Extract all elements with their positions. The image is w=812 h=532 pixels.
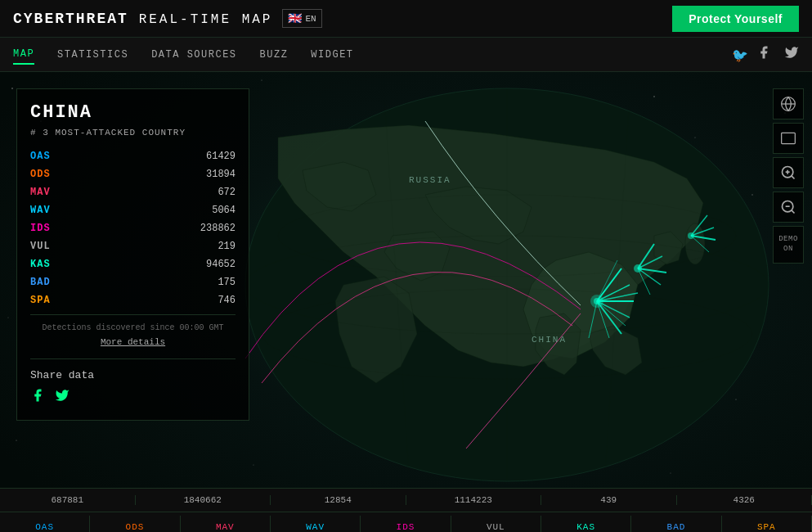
tab-oas[interactable]: OAS xyxy=(0,516,90,533)
nav-links: MAP STATISTICS DATA SOURCES BUZZ WIDGET xyxy=(13,45,354,65)
country-info-panel: CHINA # 3 MOST-ATTACKED COUNTRY OAS 6142… xyxy=(16,88,249,421)
stat-value-ods: 31894 xyxy=(206,169,236,180)
stat-value-vul: 219 xyxy=(218,241,236,252)
svg-point-0 xyxy=(11,88,13,89)
demo-label: DEMOON xyxy=(778,235,798,254)
svg-point-43 xyxy=(688,232,694,239)
stat-label-spa: SPA xyxy=(30,295,51,306)
nav-item-widget[interactable]: WIDGET xyxy=(311,46,353,64)
stat-value-mav: 672 xyxy=(218,187,236,198)
stat-label-vul: VUL xyxy=(30,241,51,252)
bottom-stat-1: 1840662 xyxy=(136,495,271,505)
tab-kas[interactable]: KAS xyxy=(541,516,631,533)
country-rank: # 3 MOST-ATTACKED COUNTRY xyxy=(30,128,236,138)
nav-social: 🐦 xyxy=(732,45,799,64)
stat-value-ids: 238862 xyxy=(200,223,236,234)
globe-map: RUSSIA CHINA xyxy=(180,72,812,488)
share-twitter-icon[interactable] xyxy=(55,388,70,407)
nav-item-map[interactable]: MAP xyxy=(13,45,34,65)
app-title: CYBERTHREAT REAL-TIME MAP xyxy=(13,11,272,27)
facebook-icon[interactable]: 🐦 xyxy=(732,45,771,64)
tab-bad[interactable]: BAD xyxy=(631,516,721,533)
svg-text:RUSSIA: RUSSIA xyxy=(409,175,451,185)
svg-rect-48 xyxy=(782,133,796,143)
svg-point-10 xyxy=(8,318,9,318)
svg-point-11 xyxy=(16,440,16,440)
stat-value-bad: 175 xyxy=(218,277,236,288)
stat-label-oas: OAS xyxy=(30,151,51,162)
panel-divider xyxy=(30,314,236,315)
country-name: CHINA xyxy=(30,102,236,123)
share-facebook-icon[interactable] xyxy=(30,388,45,407)
stat-bad: BAD 175 xyxy=(30,277,236,288)
stat-label-wav: WAV xyxy=(30,205,51,216)
tab-ods[interactable]: ODS xyxy=(90,516,180,533)
nav-bar: MAP STATISTICS DATA SOURCES BUZZ WIDGET … xyxy=(0,38,812,72)
stat-ids: IDS 238862 xyxy=(30,223,236,234)
svg-text:CHINA: CHINA xyxy=(532,335,567,345)
tab-spa[interactable]: SPA xyxy=(722,516,812,533)
bottom-stat-4: 439 xyxy=(541,495,677,505)
bottom-stat-3: 1114223 xyxy=(406,495,542,505)
stat-value-wav: 5064 xyxy=(212,205,236,216)
svg-point-14 xyxy=(685,223,705,264)
bottom-stat-2: 12854 xyxy=(271,495,406,505)
stat-wav: WAV 5064 xyxy=(30,205,236,216)
tab-ids[interactable]: IDS xyxy=(361,516,451,533)
stat-value-oas: 61429 xyxy=(206,151,236,162)
stat-label-ids: IDS xyxy=(30,223,51,234)
stat-value-kas: 94652 xyxy=(206,259,236,270)
zoom-out-button[interactable] xyxy=(773,192,804,223)
stat-label-mav: MAV xyxy=(30,187,51,198)
svg-line-54 xyxy=(792,210,795,214)
twitter-icon[interactable] xyxy=(784,45,799,64)
stat-kas: KAS 94652 xyxy=(30,259,236,270)
flag-icon: 🇬🇧 xyxy=(288,11,302,25)
zoom-in-button[interactable] xyxy=(773,157,804,188)
title-rest: REAL-TIME MAP xyxy=(139,12,273,27)
share-icons xyxy=(30,388,236,407)
tab-wav[interactable]: WAV xyxy=(271,516,361,533)
stat-label-ods: ODS xyxy=(30,169,51,180)
stat-mav: MAV 672 xyxy=(30,187,236,198)
stat-label-bad: BAD xyxy=(30,277,51,288)
title-cyber: CYBERTHREAT xyxy=(13,11,128,27)
share-label: Share data xyxy=(30,369,236,381)
stat-vul: VUL 219 xyxy=(30,241,236,252)
stat-spa: SPA 746 xyxy=(30,295,236,306)
map-tools: DEMOON xyxy=(773,88,804,264)
lang-badge[interactable]: 🇬🇧 EN xyxy=(282,9,321,28)
bottom-stats-bar: 687881 1840662 12854 1114223 439 4326 xyxy=(0,488,812,512)
header-left: CYBERTHREAT REAL-TIME MAP 🇬🇧 EN xyxy=(13,9,322,28)
svg-point-38 xyxy=(634,264,642,273)
header: CYBERTHREAT REAL-TIME MAP 🇬🇧 EN Protect … xyxy=(0,0,812,38)
stat-oas: OAS 61429 xyxy=(30,151,236,162)
stat-label-kas: KAS xyxy=(30,259,51,270)
globe-view-button[interactable] xyxy=(773,88,804,119)
svg-point-32 xyxy=(594,298,600,304)
tab-mav[interactable]: MAV xyxy=(181,516,271,533)
bottom-stat-5: 4326 xyxy=(677,495,813,505)
nav-item-statistics[interactable]: STATISTICS xyxy=(57,46,128,64)
nav-item-data-sources[interactable]: DATA SOURCES xyxy=(151,46,236,64)
demo-toggle-button[interactable]: DEMOON xyxy=(773,226,804,264)
svg-line-50 xyxy=(792,176,795,179)
map-view-button[interactable] xyxy=(773,123,804,154)
tab-vul[interactable]: VUL xyxy=(451,516,541,533)
protect-yourself-button[interactable]: Protect Yourself xyxy=(672,6,799,32)
more-details-link[interactable]: More details xyxy=(30,337,236,347)
lang-label: EN xyxy=(305,14,316,24)
stat-value-spa: 746 xyxy=(218,295,236,306)
detections-note: Detections discovered since 00:00 GMT xyxy=(30,323,236,332)
bottom-stat-0: 687881 xyxy=(0,495,136,505)
nav-item-buzz[interactable]: BUZZ xyxy=(260,46,289,64)
main-map-area: RUSSIA CHINA CHINA # 3 MOST-ATTACKED COU… xyxy=(0,72,812,488)
category-tabs: OAS ODS MAV WAV IDS VUL KAS BAD SPA xyxy=(0,512,812,532)
share-section: Share data xyxy=(30,358,236,407)
stat-ods: ODS 31894 xyxy=(30,169,236,180)
